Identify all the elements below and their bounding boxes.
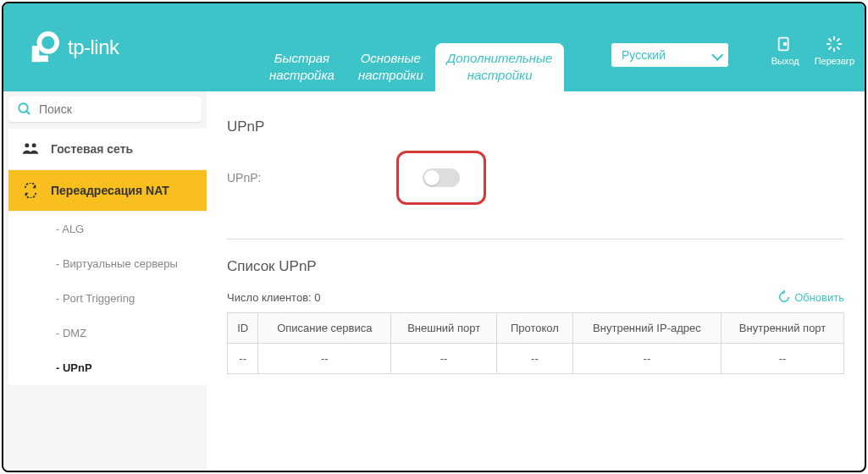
svg-rect-12 bbox=[828, 38, 832, 42]
table-row: -- -- -- -- -- -- bbox=[228, 344, 844, 374]
th-protocol: Протокол bbox=[497, 313, 573, 344]
svg-rect-2 bbox=[32, 56, 48, 63]
svg-line-14 bbox=[26, 111, 30, 114]
svg-rect-6 bbox=[837, 38, 841, 42]
sidebar-sub-upnp[interactable]: - UPnP bbox=[8, 350, 207, 385]
clients-count: Число клиентов: 0 bbox=[227, 291, 321, 304]
header-tabs: Быстраянастройка Основныенастройки Допол… bbox=[257, 43, 564, 91]
brand-logo: tp-link bbox=[29, 31, 119, 63]
sidebar-sub-alg[interactable]: - ALG bbox=[8, 212, 207, 246]
logout-button[interactable]: Выход bbox=[771, 34, 799, 66]
language-select[interactable]: Русский bbox=[611, 42, 729, 68]
upnp-table: ID Описание сервиса Внешний порт Протоко… bbox=[227, 312, 844, 374]
svg-point-15 bbox=[25, 143, 29, 147]
upnp-label: UPnP: bbox=[227, 171, 396, 185]
sidebar-item-nat-forwarding[interactable]: Переадресация NAT bbox=[8, 170, 207, 212]
search-icon bbox=[17, 102, 32, 117]
header: tp-link Быстраянастройка Основныенастрой… bbox=[3, 3, 865, 91]
users-icon bbox=[22, 141, 39, 157]
sidebar-item-label: Переадресация NAT bbox=[51, 184, 169, 197]
sidebar-item-guest-network[interactable]: Гостевая сеть bbox=[8, 129, 207, 170]
tab-advanced[interactable]: Дополнительныенастройки bbox=[435, 43, 565, 91]
svg-rect-8 bbox=[837, 47, 841, 51]
svg-rect-9 bbox=[833, 48, 835, 52]
logout-icon bbox=[771, 34, 799, 54]
brand-text: tp-link bbox=[68, 36, 119, 59]
sidebar: Гостевая сеть Переадресация NAT - ALG - … bbox=[3, 91, 207, 471]
svg-point-16 bbox=[32, 143, 36, 147]
main-content: UPnP UPnP: Список UPnP Число клиентов: 0… bbox=[207, 91, 865, 471]
upnp-toggle[interactable] bbox=[423, 168, 460, 187]
tab-basic[interactable]: Основныенастройки bbox=[346, 43, 435, 91]
section-title-upnp-list: Список UPnP bbox=[227, 258, 844, 275]
sidebar-sub-virtual-servers[interactable]: - Виртуальные серверы bbox=[8, 246, 207, 281]
th-internal-port: Внутренний порт bbox=[721, 313, 844, 344]
reboot-icon bbox=[815, 34, 854, 54]
toggle-knob bbox=[424, 170, 440, 185]
reboot-button[interactable]: Перезагр bbox=[815, 34, 854, 66]
svg-rect-5 bbox=[833, 36, 835, 41]
sidebar-sub-port-triggering[interactable]: - Port Triggering bbox=[8, 281, 207, 316]
search-input[interactable] bbox=[39, 102, 193, 116]
sidebar-sub-dmz[interactable]: - DMZ bbox=[8, 316, 207, 350]
sidebar-item-label: Гостевая сеть bbox=[51, 142, 133, 156]
svg-rect-11 bbox=[827, 43, 831, 45]
tplink-logo-icon bbox=[29, 31, 61, 63]
divider bbox=[227, 239, 844, 240]
toggle-highlight bbox=[396, 151, 486, 205]
table-header-row: ID Описание сервиса Внешний порт Протоко… bbox=[228, 313, 844, 344]
svg-rect-10 bbox=[828, 47, 832, 51]
forwarding-icon bbox=[22, 182, 39, 199]
search-box[interactable] bbox=[8, 96, 202, 122]
svg-point-13 bbox=[19, 103, 28, 113]
th-internal-ip: Внутренний IP-адрес bbox=[572, 313, 721, 344]
section-title-upnp: UPnP bbox=[227, 118, 844, 135]
refresh-icon bbox=[777, 290, 791, 304]
svg-point-0 bbox=[39, 34, 57, 52]
refresh-button[interactable]: Обновить bbox=[777, 290, 844, 304]
th-id: ID bbox=[228, 313, 258, 344]
svg-point-4 bbox=[784, 43, 787, 46]
th-external-port: Внешний порт bbox=[391, 313, 497, 344]
tab-quick-setup[interactable]: Быстраянастройка bbox=[257, 43, 346, 91]
svg-rect-7 bbox=[838, 43, 843, 45]
th-service-desc: Описание сервиса bbox=[258, 313, 391, 344]
